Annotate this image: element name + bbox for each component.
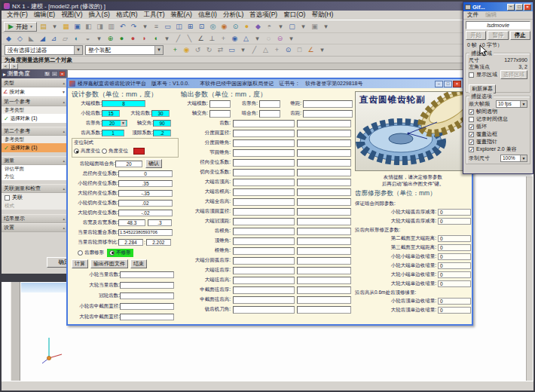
toolbar-icon[interactable]: ╱ [249,45,259,55]
toolbar-icon[interactable]: ⊥ [207,34,217,44]
section-first-reference[interactable]: 第一个参考 [2,97,67,106]
menu-item[interactable]: 信息(I) [195,11,220,20]
output-field[interactable] [303,100,353,108]
modification-input[interactable]: 0 [438,262,471,269]
toolbar-icon[interactable]: ● [242,22,252,32]
toolbar-icon[interactable]: ∠ [196,34,206,44]
section-settings[interactable]: 设置 [2,223,67,232]
toolbar-icon[interactable]: ◨ [95,22,105,32]
modification-input[interactable]: 0 [438,280,471,287]
minimize-icon[interactable]: − [51,71,58,77]
toolbar-icon[interactable]: ⊙ [231,22,240,32]
contact-ratio-field[interactable]: 1.54522380593706 [118,229,173,236]
toolbar-icon[interactable]: ≡ [151,22,161,32]
vertical-scrollbar[interactable] [526,176,533,381]
toolbar-icon[interactable]: ◉ [182,45,191,55]
modification-input[interactable]: 0 [438,218,471,225]
resource-bar-strip[interactable] [11,281,20,381]
toolbar-icon[interactable]: ▥ [106,22,116,32]
output-field-pinion[interactable] [233,228,295,235]
menu-item[interactable]: 帮助(H) [308,11,336,20]
design-field[interactable]: 0 [118,170,173,177]
menu-item[interactable]: 文件(F) [4,11,31,20]
select-region-button[interactable]: 选择区域 [500,70,527,79]
record-size-dropdown[interactable]: 100% ▼ [500,155,527,162]
output-field-gear[interactable] [297,237,351,245]
open-file-icon[interactable]: ▦ [61,22,71,32]
toolbar-icon[interactable]: ◓ [264,22,274,32]
shaft-angle-input[interactable]: 90 [153,120,171,127]
angle-shift-radio[interactable] [102,149,107,154]
modification-input[interactable]: 0 [438,307,471,314]
section-associative[interactable]: 关联测量和检查 [2,184,67,193]
toolbar-icon[interactable]: ▾ [317,45,327,55]
toolbar-icon[interactable]: ↺ [193,45,203,55]
toolbar-icon[interactable]: ◆ [4,34,14,44]
output-field-pinion[interactable] [233,130,295,137]
measure-type-combo[interactable]: ∠ 按对象 ▼ [2,87,67,97]
close-icon[interactable]: × [524,4,531,11]
output-field-gear[interactable] [297,267,351,274]
width-coef-input[interactable]: .3 [148,219,172,226]
output-field-pinion[interactable] [233,247,295,255]
select-object-1[interactable]: ✓ 选择对象 (1) [2,114,67,123]
design-field[interactable] [120,303,174,310]
new-file-icon[interactable]: ▤ [38,22,48,32]
toolbar-icon[interactable]: ◖ [151,34,160,44]
modification-input[interactable]: 0 [438,209,471,216]
end-button[interactable]: 结束 [130,259,147,268]
toolbar-icon[interactable]: ▱ [60,34,70,44]
slip-ratio-b-field[interactable]: 2.202 [146,239,171,246]
toolbar-icon[interactable]: ⊕ [105,34,115,44]
fps-dropdown[interactable]: 10 fps ▼ [496,100,527,108]
menu-item[interactable]: 编辑(E) [31,11,58,20]
output-field-pinion[interactable] [233,169,295,176]
output-field-gear[interactable] [297,277,351,284]
menu-item[interactable]: 视图(V) [58,11,85,20]
stop-capture-button[interactable]: 停止 [510,31,530,40]
design-field[interactable]: .35 [118,180,173,187]
output-field-gear[interactable] [297,218,351,225]
section-results[interactable]: 结果显示 [2,214,67,223]
output-field-pinion[interactable] [233,120,295,127]
output-field-pinion[interactable] [233,149,295,157]
restore-icon[interactable]: ↻ [44,71,50,77]
toolbar-icon[interactable]: ▾ [50,22,60,32]
no-mod-selected[interactable]: 不修形 [107,249,133,257]
scroll-left-button[interactable]: < [2,63,10,69]
design-field[interactable]: -.02 [118,210,173,216]
checkbox-icon[interactable]: ✓ [469,109,474,115]
export-drawing-button[interactable]: 输出作图文件 [90,259,128,268]
output-field-pinion[interactable] [233,188,295,196]
toolbar-icon[interactable]: △ [261,45,271,55]
output-field-pinion[interactable] [233,139,295,147]
no-mod-radio[interactable] [109,250,115,256]
maximize-icon[interactable]: □ [515,4,523,11]
menu-item[interactable]: 分析(L) [220,11,246,20]
toolbar-icon[interactable]: ◉ [230,34,240,44]
output-field-pinion[interactable] [233,208,295,216]
modification-input[interactable]: 0 [438,271,471,278]
chevron-down-icon[interactable]: ▼ [520,101,527,107]
checkbox-icon[interactable]: ✓ [469,147,474,152]
toolbar-icon[interactable]: ◉ [219,22,229,32]
maximize-icon[interactable]: □ [444,81,452,87]
checkbox-icon[interactable]: ✓ [469,132,474,137]
output-field-pinion[interactable] [233,218,295,225]
output-field-gear[interactable] [297,247,351,255]
toolbar-icon[interactable]: ⊙ [283,45,293,55]
output-field-gear[interactable] [297,188,351,196]
design-field[interactable] [120,292,174,299]
toolbar-icon[interactable]: ● [128,34,138,44]
section-type[interactable]: 类型 [2,78,67,87]
toolbar-icon[interactable]: ◇ [15,34,25,44]
modification-input[interactable]: 0 [438,298,471,305]
pause-capture-button[interactable]: 暂停 [488,31,508,40]
chevron-down-icon[interactable]: ▼ [74,46,82,54]
toolbar-icon[interactable]: △ [241,34,251,44]
toolbar-icon[interactable]: ● [117,34,127,44]
toolbar-icon[interactable]: ╲ [185,34,194,44]
design-field[interactable] [120,314,174,320]
design-field[interactable]: -.35 [118,190,173,197]
output-field-gear[interactable] [297,257,351,265]
